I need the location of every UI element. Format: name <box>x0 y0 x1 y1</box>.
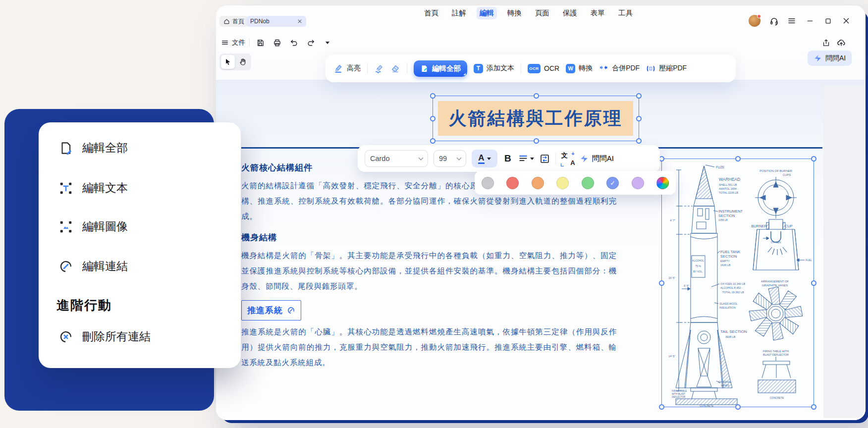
color-swatch-gray[interactable] <box>482 177 494 189</box>
section-heading-2: 機身結構 <box>241 232 617 243</box>
save-button[interactable] <box>254 37 267 49</box>
compress-pdf-tool[interactable]: 壓縮PDF <box>646 64 687 73</box>
svg-text:VANES: VANES <box>721 384 729 387</box>
color-swatch-rainbow[interactable] <box>656 177 669 189</box>
resize-handle[interactable] <box>811 156 816 161</box>
cloud-upload-icon[interactable] <box>835 37 848 49</box>
window-menu-icon[interactable] <box>786 15 797 26</box>
svg-text:CONCRETE: CONCRETE <box>700 404 714 407</box>
font-family-select[interactable]: Cardo <box>365 150 428 167</box>
color-swatch-green[interactable] <box>582 177 594 189</box>
svg-text:INSULATION: INSULATION <box>719 306 736 309</box>
translate-plus: + <box>571 151 574 157</box>
edit-all-button[interactable]: 編輯全部 <box>414 60 467 77</box>
panel-item-edit-text[interactable]: 編輯文本 <box>58 180 128 196</box>
resize-handle[interactable] <box>636 116 642 121</box>
resize-handle[interactable] <box>636 93 642 99</box>
add-text-tool[interactable]: T 添加文本 <box>474 64 514 73</box>
resize-handle[interactable] <box>659 280 664 286</box>
svg-text:BURNER: BURNER <box>751 224 767 228</box>
edit-document-icon <box>420 64 429 73</box>
home-tab[interactable]: 首頁 <box>219 16 248 27</box>
eraser-tool[interactable] <box>390 63 400 73</box>
resize-handle[interactable] <box>430 138 435 144</box>
avatar[interactable] <box>749 15 760 27</box>
translate-button[interactable]: 文 A + <box>561 153 574 164</box>
selected-blueprint-image[interactable]: FUZE WARHEAD SHELL 551 LB AMATOL 1654 - … <box>661 159 814 407</box>
minimize-button[interactable] <box>805 15 815 26</box>
bold-button[interactable]: B <box>503 153 513 164</box>
print-button[interactable] <box>271 37 283 49</box>
hand-tool[interactable] <box>236 55 250 69</box>
select-tool[interactable] <box>221 55 235 69</box>
nav-form[interactable]: 表單 <box>588 7 608 19</box>
undo-button[interactable] <box>287 37 300 49</box>
svg-text:WARHEAD: WARHEAD <box>719 177 740 182</box>
spacing-button[interactable] <box>540 154 550 164</box>
color-swatch-yellow[interactable] <box>556 177 569 189</box>
svg-text:GLASS WOOL: GLASS WOOL <box>719 302 738 305</box>
export-icon[interactable] <box>819 37 832 49</box>
chevron-down-icon <box>457 156 462 160</box>
font-size-select[interactable]: 99 <box>434 150 466 167</box>
color-swatch-red[interactable] <box>506 177 519 189</box>
close-button[interactable] <box>841 15 852 26</box>
nav-edit[interactable]: 編輯 <box>477 7 497 19</box>
resize-handle[interactable] <box>430 116 435 121</box>
translate-icon-sub: A <box>570 159 575 166</box>
resize-handle[interactable] <box>735 404 741 410</box>
edit-menu-panel: 編輯全部 編輯文本 編輯圖像 編輯連結 進階行動 刪除所有連結 <box>39 122 241 368</box>
nav-annotate[interactable]: 註解 <box>449 7 469 19</box>
redo-button[interactable] <box>304 37 317 49</box>
caret-icon <box>487 158 491 160</box>
maximize-button[interactable] <box>822 15 833 26</box>
panel-item-edit-link[interactable]: 編輯連結 <box>58 259 128 274</box>
nav-tools[interactable]: 工具 <box>615 7 636 19</box>
resize-handle[interactable] <box>735 156 741 161</box>
svg-text:OXYGEN: OXYGEN <box>771 241 781 244</box>
svg-text:4' 7": 4' 7" <box>670 219 675 222</box>
ocr-tool[interactable]: OCR OCR <box>528 64 559 73</box>
history-dropdown-icon[interactable] <box>321 37 334 49</box>
tab-close-icon[interactable] <box>297 19 302 24</box>
file-menu[interactable]: 文件 <box>221 38 245 47</box>
nav-page[interactable]: 頁面 <box>532 7 552 19</box>
format-ask-ai-button[interactable]: 問問AI <box>580 154 614 163</box>
svg-text:CUPS: CUPS <box>783 173 791 176</box>
resize-handle[interactable] <box>636 138 642 144</box>
support-headset-icon[interactable] <box>768 15 779 26</box>
merge-pdf-tool[interactable]: 合併PDF <box>599 64 640 73</box>
panel-item-remove-links[interactable]: 刪除所有連結 <box>58 329 151 344</box>
resize-handle[interactable] <box>811 404 816 410</box>
font-family-value: Cardo <box>370 155 390 162</box>
squiggly-underline-tool[interactable] <box>374 63 384 73</box>
resize-handle[interactable] <box>534 93 539 99</box>
resize-handle[interactable] <box>659 404 664 410</box>
svg-text:FUEL: FUEL <box>806 259 812 262</box>
color-swatch-purple[interactable] <box>632 177 644 189</box>
nav-home[interactable]: 首頁 <box>421 7 441 19</box>
document-title[interactable]: 火箭結構與工作原理 <box>438 101 633 136</box>
ask-ai-button[interactable]: 問問AI <box>808 51 852 66</box>
color-swatch-orange[interactable] <box>532 177 544 189</box>
link-element[interactable]: 推進系統 <box>241 300 301 321</box>
selected-title-textbox[interactable]: 火箭結構與工作原理 <box>433 96 639 141</box>
resize-handle[interactable] <box>534 138 539 144</box>
svg-text:WITH BLAST: WITH BLAST <box>672 393 685 395</box>
resize-handle[interactable] <box>430 93 435 99</box>
panel-item-edit-all[interactable]: 編輯全部 <box>58 140 128 156</box>
menu-row: 文件 <box>216 35 866 50</box>
svg-text:OXYGEN 10,340 LB: OXYGEN 10,340 LB <box>720 282 745 285</box>
nav-protect[interactable]: 保護 <box>560 7 580 19</box>
resize-handle[interactable] <box>811 280 816 286</box>
color-swatch-blue-selected[interactable]: ✓ <box>606 177 619 189</box>
nav-convert[interactable]: 轉換 <box>504 7 525 19</box>
document-tab[interactable]: PDNob <box>246 16 306 27</box>
font-color-button[interactable]: A <box>472 150 497 167</box>
align-button[interactable] <box>518 154 534 163</box>
panel-item-edit-image[interactable]: 編輯圖像 <box>58 219 128 234</box>
highlighter-icon <box>333 63 343 73</box>
convert-tool[interactable]: W 轉換 <box>566 64 593 73</box>
highlight-tool[interactable]: 高亮 <box>333 63 361 73</box>
caret-icon <box>530 158 534 160</box>
